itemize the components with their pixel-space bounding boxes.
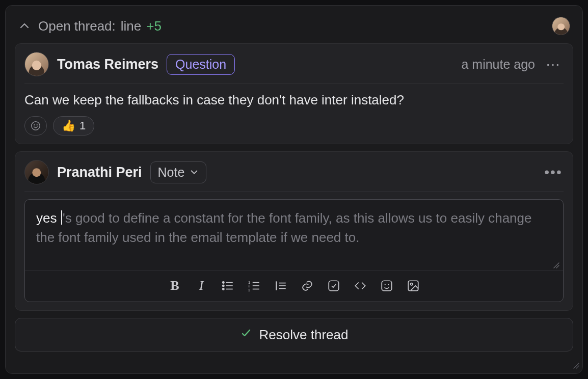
typed-text: yes — [36, 210, 61, 226]
thread-title-prefix: Open thread: — [38, 18, 116, 34]
participant-avatar[interactable] — [552, 17, 570, 35]
emoji-button[interactable] — [379, 278, 394, 293]
thread-title-line-word: line — [121, 18, 141, 34]
quote-button[interactable] — [273, 278, 288, 293]
compose-more-menu[interactable]: ••• — [543, 165, 564, 180]
bullet-list-button[interactable] — [220, 278, 235, 293]
comment-more-menu[interactable]: ⋯ — [543, 57, 564, 72]
compose-author-name: Pranathi Peri — [57, 165, 142, 180]
reaction-bar: 👍 1 — [24, 116, 564, 136]
svg-rect-23 — [408, 281, 418, 291]
svg-point-0 — [32, 122, 40, 130]
thread-panel: Open thread: line +5 Tomas Reimers Quest… — [5, 5, 583, 374]
thread-title-line-number: +5 — [146, 18, 162, 34]
editor-toolbar: B I 123 — [25, 271, 563, 302]
image-button[interactable] — [406, 278, 421, 293]
comment-timestamp: a minute ago — [461, 57, 535, 72]
svg-point-3 — [223, 282, 224, 283]
collapse-icon[interactable] — [18, 19, 31, 33]
svg-rect-20 — [382, 281, 392, 291]
svg-point-24 — [411, 283, 413, 285]
svg-point-2 — [37, 125, 37, 125]
comment-card: Tomas Reimers Question a minute ago ⋯ Ca… — [15, 43, 573, 144]
placeholder-continuation: 's good to define a constant for the fon… — [36, 210, 531, 245]
reaction-emoji: 👍 — [62, 119, 75, 132]
italic-button[interactable]: I — [194, 278, 209, 293]
numbered-list-button[interactable]: 123 — [247, 278, 262, 293]
svg-point-22 — [388, 284, 389, 285]
resolve-thread-button[interactable]: Resolve thread — [15, 318, 573, 351]
comment-textarea[interactable]: yes 's good to define a constant for the… — [25, 200, 563, 261]
task-list-button[interactable] — [326, 278, 341, 293]
link-button[interactable] — [300, 278, 315, 293]
text-cursor — [61, 210, 62, 225]
comment-tag[interactable]: Question — [167, 54, 235, 75]
add-reaction-button[interactable] — [24, 116, 47, 136]
svg-point-5 — [223, 288, 224, 290]
comment-body: Can we keep the fallbacks in case they d… — [24, 91, 564, 109]
thread-header: Open thread: line +5 — [15, 15, 573, 36]
comment-editor: yes 's good to define a constant for the… — [24, 199, 564, 302]
thread-title: Open thread: line +5 — [38, 18, 162, 34]
bold-button[interactable]: B — [167, 278, 182, 293]
svg-text:3: 3 — [248, 288, 250, 292]
comment-author-avatar[interactable] — [24, 52, 49, 76]
comment-author-name: Tomas Reimers — [57, 57, 158, 72]
code-button[interactable] — [353, 278, 368, 293]
comment-header: Tomas Reimers Question a minute ago ⋯ — [24, 52, 564, 84]
comment-type-dropdown[interactable]: Note — [150, 161, 207, 183]
compose-card: Pranathi Peri Note ••• yes 's good to de… — [15, 151, 573, 311]
resolve-label: Resolve thread — [259, 327, 349, 343]
check-icon — [240, 327, 252, 343]
editor-resize-handle[interactable] — [553, 261, 563, 270]
compose-author-avatar[interactable] — [24, 160, 49, 184]
reaction-thumbs-up[interactable]: 👍 1 — [53, 116, 94, 136]
chevron-down-icon — [190, 168, 199, 177]
comment-type-label: Note — [158, 165, 185, 180]
svg-rect-19 — [329, 281, 339, 291]
compose-header: Pranathi Peri Note ••• — [24, 160, 564, 192]
svg-point-4 — [223, 285, 224, 286]
reaction-count: 1 — [79, 119, 86, 132]
svg-point-21 — [385, 284, 386, 285]
svg-point-1 — [34, 125, 35, 125]
